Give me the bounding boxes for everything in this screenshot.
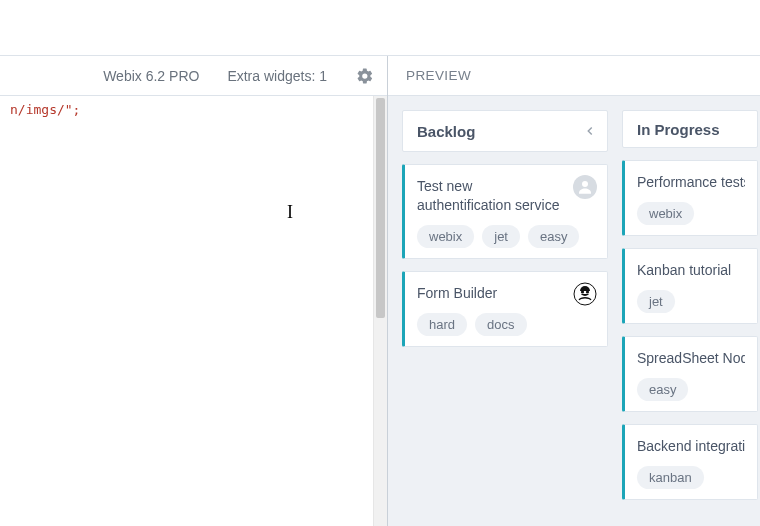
main-split: Webix 6.2 PRO Extra widgets: 1 n/imgs/";…: [0, 56, 760, 526]
text-cursor-icon: I: [287, 202, 293, 223]
code-editor[interactable]: n/imgs/"; I: [0, 96, 387, 526]
svg-point-5: [586, 290, 589, 293]
tag[interactable]: docs: [475, 313, 526, 336]
card-tags: hard docs: [417, 313, 595, 336]
code-scrollbar[interactable]: [373, 96, 387, 526]
tag[interactable]: webix: [637, 202, 694, 225]
preview-pane: PREVIEW Backlog Test new authentificatio…: [388, 56, 760, 526]
column-title: In Progress: [637, 121, 720, 138]
tag[interactable]: jet: [637, 290, 675, 313]
version-label: Webix 6.2 PRO: [103, 68, 199, 84]
svg-point-0: [582, 181, 588, 187]
kanban-card[interactable]: Backend integration kanban: [622, 424, 758, 500]
code-toolbar: Webix 6.2 PRO Extra widgets: 1: [0, 56, 387, 96]
card-title: Backend integration: [637, 437, 745, 456]
tag[interactable]: hard: [417, 313, 467, 336]
chevron-left-icon[interactable]: [583, 124, 597, 138]
column-header[interactable]: Backlog: [402, 110, 608, 152]
tag[interactable]: easy: [637, 378, 688, 401]
code-fragment: n/imgs/";: [10, 102, 80, 117]
preview-label: PREVIEW: [406, 68, 471, 83]
code-pane: Webix 6.2 PRO Extra widgets: 1 n/imgs/";…: [0, 56, 388, 526]
column-title: Backlog: [417, 123, 475, 140]
column-header[interactable]: In Progress: [622, 110, 758, 148]
avatar: [573, 282, 597, 306]
tag[interactable]: easy: [528, 225, 579, 248]
tag[interactable]: webix: [417, 225, 474, 248]
preview-header: PREVIEW: [388, 56, 760, 96]
avatar: [573, 175, 597, 199]
kanban-column-backlog: Backlog Test new authentification servic…: [402, 110, 608, 512]
svg-rect-3: [579, 291, 591, 294]
kanban-card[interactable]: Form Builder hard docs: [402, 271, 608, 347]
card-title: Performance tests: [637, 173, 745, 192]
card-title: Form Builder: [417, 284, 595, 303]
tag[interactable]: kanban: [637, 466, 704, 489]
svg-point-4: [581, 290, 584, 293]
kanban-column-in-progress: In Progress Performance tests webix Kanb…: [622, 110, 758, 512]
window-top-strip: [0, 0, 760, 56]
card-title: Test new authentification service: [417, 177, 595, 215]
kanban-card[interactable]: SpreadSheet NodeJS easy: [622, 336, 758, 412]
extra-widgets-label: Extra widgets: 1: [227, 68, 327, 84]
card-tags: kanban: [637, 466, 745, 489]
card-title: Kanban tutorial: [637, 261, 745, 280]
card-tags: webix jet easy: [417, 225, 595, 248]
card-tags: easy: [637, 378, 745, 401]
tag[interactable]: jet: [482, 225, 520, 248]
card-tags: webix: [637, 202, 745, 225]
kanban-card[interactable]: Test new authentification service webix …: [402, 164, 608, 259]
card-title: SpreadSheet NodeJS: [637, 349, 745, 368]
card-tags: jet: [637, 290, 745, 313]
gear-icon[interactable]: [355, 66, 375, 86]
kanban-board: Backlog Test new authentification servic…: [388, 96, 760, 526]
kanban-card[interactable]: Performance tests webix: [622, 160, 758, 236]
kanban-card[interactable]: Kanban tutorial jet: [622, 248, 758, 324]
